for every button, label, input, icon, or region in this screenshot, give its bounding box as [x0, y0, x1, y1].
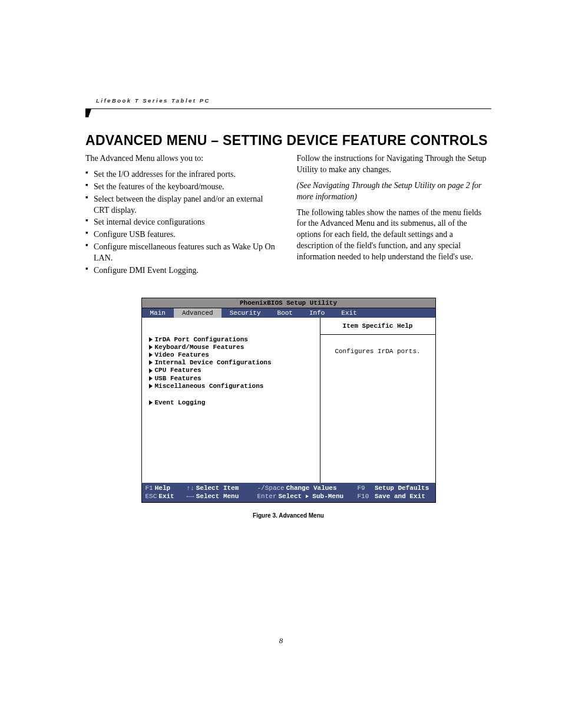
bios-item-label: Event Logging	[155, 399, 206, 406]
bios-tab-boot[interactable]: Boot	[269, 308, 301, 318]
bios-item-cpu[interactable]: CPU Features	[149, 367, 314, 374]
bios-item-label: USB Features	[155, 375, 201, 382]
bios-item-usb[interactable]: USB Features	[149, 375, 314, 382]
bios-tab-security[interactable]: Security	[222, 308, 269, 318]
footer-change-values: -/SpaceChange Values	[257, 485, 358, 492]
running-head: LifeBook T Series Tablet PC	[96, 97, 491, 104]
triangle-icon	[149, 345, 153, 350]
page-number: 8	[0, 636, 562, 645]
right-p2: (See Navigating Through the Setup Utilit…	[297, 180, 492, 203]
triangle-icon	[149, 360, 153, 365]
footer-setup-defaults: F9 Setup Defaults	[358, 485, 440, 492]
footer-select-menu: ←→Select Menu	[187, 493, 257, 500]
bullet-list: Set the I/O addresses for the infrared p…	[85, 169, 280, 276]
bullet-item: Configure DMI Event Logging.	[85, 265, 280, 276]
footer-exit: ESCExit	[146, 493, 187, 500]
triangle-icon	[149, 400, 153, 405]
bios-tab-info[interactable]: Info	[301, 308, 333, 318]
header-mark-icon	[85, 109, 91, 117]
bios-item-event-logging[interactable]: Event Logging	[149, 399, 314, 406]
bios-item-label: Internal Device Configurations	[155, 359, 272, 366]
bullet-item: Set the I/O addresses for the infrared p…	[85, 169, 280, 180]
bios-help-pane: Item Specific Help Configures IrDA ports…	[320, 318, 435, 483]
bios-item-label: Video Features	[155, 351, 209, 358]
bios-item-keyboard[interactable]: Keyboard/Mouse Features	[149, 344, 314, 351]
bullet-item: Configure miscellaneous features such as…	[85, 242, 280, 264]
left-intro: The Advanced Menu allows you to:	[85, 153, 280, 164]
triangle-icon	[149, 376, 153, 381]
bios-help-title: Item Specific Help	[326, 322, 429, 334]
triangle-icon	[149, 384, 153, 388]
right-column: Follow the instructions for Navigating T…	[297, 153, 492, 280]
bios-tabs: Main Advanced Security Boot Info Exit	[142, 308, 435, 318]
bullet-item: Select between the display panel and/or …	[85, 194, 280, 216]
figure-caption: Figure 3. Advanced Menu	[141, 512, 436, 519]
bios-item-misc[interactable]: Miscellaneous Configurations	[149, 383, 314, 390]
bios-window: PhoenixBIOS Setup Utility Main Advanced …	[141, 298, 436, 503]
bios-item-irda[interactable]: IrDA Port Configurations	[149, 336, 314, 343]
bullet-item: Configure USB features.	[85, 229, 280, 241]
bios-title: PhoenixBIOS Setup Utility	[142, 298, 435, 308]
bullet-item: Set the features of the keyboard/mouse.	[85, 182, 280, 193]
right-p3: The following tables show the names of t…	[297, 207, 492, 263]
bios-footer: F1Help ↑↓Select Item -/SpaceChange Value…	[142, 483, 435, 502]
triangle-icon	[306, 495, 309, 498]
bios-menu-list: IrDA Port Configurations Keyboard/Mouse …	[142, 318, 320, 483]
bios-item-label: Keyboard/Mouse Features	[155, 344, 244, 351]
bios-item-internal[interactable]: Internal Device Configurations	[149, 359, 314, 366]
footer-select-submenu: EnterSelect Sub-Menu	[257, 493, 358, 500]
bios-item-label: CPU Features	[155, 367, 201, 374]
bios-tab-exit[interactable]: Exit	[333, 308, 365, 318]
bios-tab-advanced[interactable]: Advanced	[174, 308, 222, 318]
content-columns: The Advanced Menu allows you to: Set the…	[85, 153, 491, 280]
bios-help-separator	[320, 334, 435, 335]
bios-tab-main[interactable]: Main	[142, 308, 174, 318]
bios-body: IrDA Port Configurations Keyboard/Mouse …	[142, 318, 435, 483]
triangle-icon	[149, 368, 153, 373]
bios-item-label: IrDA Port Configurations	[155, 336, 248, 343]
triangle-icon	[149, 337, 153, 342]
left-column: The Advanced Menu allows you to: Set the…	[85, 153, 280, 280]
bios-figure: PhoenixBIOS Setup Utility Main Advanced …	[141, 298, 436, 519]
bios-help-text: Configures IrDA ports.	[326, 348, 429, 355]
footer-save-exit: F10 Save and Exit	[358, 493, 440, 500]
triangle-icon	[149, 353, 153, 357]
right-p1: Follow the instructions for Navigating T…	[297, 153, 492, 176]
page-title: ADVANCED MENU – SETTING DEVICE FEATURE C…	[85, 133, 491, 149]
bios-item-label: Miscellaneous Configurations	[155, 383, 264, 390]
bios-item-video[interactable]: Video Features	[149, 351, 314, 358]
footer-help: F1Help	[146, 485, 187, 492]
bullet-item: Set internal device configurations	[85, 217, 280, 228]
footer-select-item: ↑↓Select Item	[187, 485, 257, 492]
header-rule	[85, 108, 491, 109]
